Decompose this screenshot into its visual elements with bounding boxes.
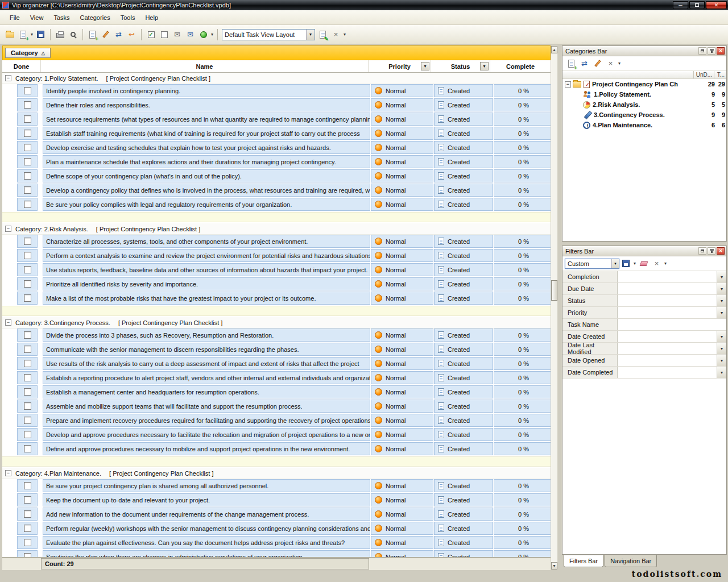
task-complete-cell[interactable]: 0 % [494,249,551,262]
task-name-cell[interactable]: Use results of the risk analysis to carr… [43,357,370,370]
task-status-cell[interactable]: Created [434,84,493,97]
task-checkbox[interactable] [24,331,31,339]
task-complete-cell[interactable]: 0 % [494,235,551,248]
filter-save-dropdown-icon[interactable]: ▾ [634,261,636,266]
task-priority-cell[interactable]: Normal [371,428,433,441]
task-checkbox[interactable] [24,553,31,557]
task-complete-cell[interactable]: 0 % [494,414,551,427]
task-status-cell[interactable]: Created [434,155,493,168]
task-checkbox[interactable] [24,158,31,165]
clear-filter-button[interactable] [637,257,650,270]
task-name-cell[interactable]: Establish a reporting procedure to alert… [43,371,370,384]
edit-task-button[interactable] [99,28,112,41]
task-complete-cell[interactable]: 0 % [494,522,551,535]
group-by-category-button[interactable]: Category △ [5,48,51,58]
task-priority-cell[interactable]: Normal [371,357,433,370]
close-panel-icon[interactable]: ✕ [717,47,725,55]
task-checkbox[interactable] [24,360,31,367]
task-complete-cell[interactable]: 0 % [494,198,551,211]
task-priority-cell[interactable]: Normal [371,550,433,557]
task-priority-cell[interactable]: Normal [371,385,433,398]
tree-column-undone[interactable]: UnD... [693,71,714,78]
status-flag-button[interactable] [197,28,210,41]
task-name-cell[interactable]: Plan a maintenance schedule that explore… [43,155,370,168]
task-checkbox[interactable] [24,482,31,489]
task-checkbox[interactable] [24,496,31,504]
filter-dropdown-button[interactable]: ▾ [717,355,726,366]
scrollbar-thumb[interactable] [551,280,557,301]
task-priority-cell[interactable]: Normal [371,127,433,140]
maximize-button[interactable] [689,1,705,9]
task-name-cell[interactable]: Communicate with the senior management t… [43,343,370,356]
task-checkbox[interactable] [24,201,31,208]
filter-dropdown-button[interactable]: ▾ [717,343,726,354]
task-checkbox[interactable] [24,388,31,396]
task-status-cell[interactable]: Created [434,400,493,413]
column-header-status[interactable]: Status ▾ [431,60,490,72]
task-checkbox[interactable] [24,130,31,137]
status-filter-button[interactable]: ▾ [480,62,489,70]
collapse-group-icon[interactable]: − [5,75,11,81]
task-checkbox[interactable] [24,172,31,180]
task-priority-cell[interactable]: Normal [371,522,433,535]
apply-layout-button[interactable]: ✎ [316,28,329,41]
task-complete-cell[interactable]: 0 % [494,400,551,413]
task-priority-cell[interactable]: Normal [371,493,433,506]
new-dropdown-arrow-icon[interactable]: ▾ [31,32,33,37]
task-status-cell[interactable]: Created [434,442,493,455]
new-from-template-button[interactable]: + [16,28,30,41]
task-name-cell[interactable]: Add new information to the document unde… [43,508,370,521]
task-name-cell[interactable]: Assemble and mobilize support teams that… [43,400,370,413]
menu-file[interactable]: File [5,13,25,23]
task-status-cell[interactable]: Created [434,371,493,384]
print-button[interactable] [53,28,67,41]
scroll-up-button[interactable]: ▲ [551,46,557,53]
task-status-cell[interactable]: Created [434,141,493,154]
task-checkbox[interactable] [24,266,31,273]
task-priority-cell[interactable]: Normal [371,84,433,97]
collapse-group-icon[interactable]: − [5,470,11,476]
delete-layout-button[interactable]: × [329,28,342,41]
task-name-cell[interactable]: Make a list of the most probable risks t… [43,292,370,305]
collapse-group-icon[interactable]: − [5,226,11,232]
task-complete-cell[interactable]: 0 % [494,550,551,557]
task-complete-cell[interactable]: 0 % [494,84,551,97]
task-complete-cell[interactable]: 0 % [494,329,551,342]
task-priority-cell[interactable]: Normal [371,536,433,549]
task-status-cell[interactable]: Created [434,98,493,111]
send-task-button[interactable]: ✉ [171,28,184,41]
filter-value-input[interactable]: ▾ [618,283,726,294]
task-checkbox[interactable] [24,402,31,410]
toolbar-overflow-arrow-icon[interactable]: ▾ [344,32,346,37]
close-button[interactable]: ✕ [706,1,727,9]
task-name-cell[interactable]: Keep the document up-to-date and relevan… [43,493,370,506]
mark-incomplete-button[interactable] [158,28,171,41]
task-checkbox[interactable] [24,87,31,94]
task-status-cell[interactable]: Created [434,522,493,535]
edit-category-button[interactable] [591,57,604,70]
task-checkbox[interactable] [24,346,31,353]
task-priority-cell[interactable]: Normal [371,235,433,248]
task-priority-cell[interactable]: Normal [371,508,433,521]
task-complete-cell[interactable]: 0 % [494,493,551,506]
task-priority-cell[interactable]: Normal [371,155,433,168]
refresh-button[interactable]: ⇄ [112,28,125,41]
task-priority-cell[interactable]: Normal [371,329,433,342]
apply-filter-button[interactable] [619,257,632,270]
filter-value-input[interactable]: ▾ [618,271,726,282]
mark-complete-button[interactable]: ✓ [144,28,158,41]
filter-value-input[interactable]: ▾ [618,355,726,366]
task-name-cell[interactable]: Perform regular (weekly) workshops with … [43,522,370,535]
category-tree-item[interactable]: 4.Plan Maintenance.66 [562,120,726,130]
task-priority-cell[interactable]: Normal [371,263,433,276]
task-checkbox[interactable] [24,294,31,302]
column-header-name[interactable]: Name [41,60,369,72]
menu-tasks[interactable]: Tasks [48,13,75,23]
task-complete-cell[interactable]: 0 % [494,428,551,441]
task-checkbox[interactable] [24,115,31,123]
task-checkbox[interactable] [24,417,31,424]
tree-column-total[interactable]: T... [714,71,726,78]
pin-panel-icon[interactable] [708,47,715,55]
menu-help[interactable]: Help [140,13,163,23]
task-complete-cell[interactable]: 0 % [494,385,551,398]
